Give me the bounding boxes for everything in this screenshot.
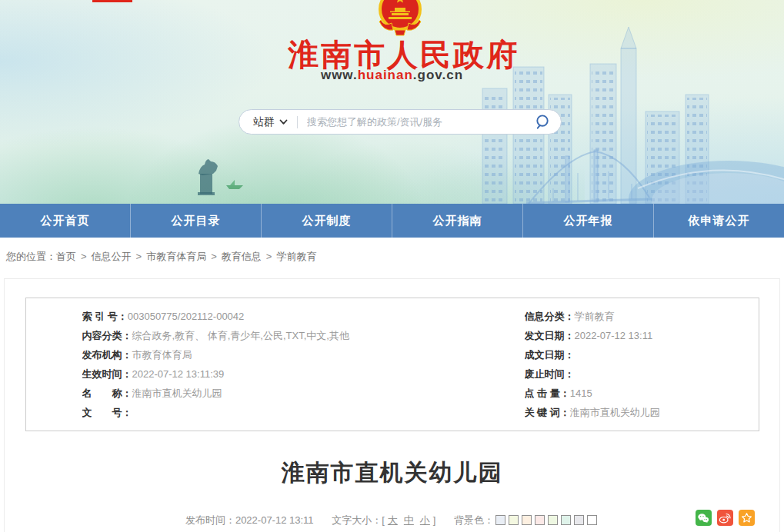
search-input[interactable]	[307, 116, 534, 128]
site-url: www.huainan.gov.cn	[0, 68, 784, 83]
publish-time: 发布时间：2022-07-12 13:11	[185, 514, 314, 526]
meta-row-info-category: 信息分类：学前教育	[525, 307, 759, 326]
bg-color-swatch[interactable]	[535, 515, 545, 525]
meta-row-document-number: 文 号：	[82, 403, 525, 422]
document-meta-table: 索 引 号：003050775/202112-00042 内容分类：综合政务,教…	[25, 298, 759, 431]
search-button[interactable]	[534, 113, 552, 131]
main-nav: 公开首页 公开目录 公开制度 公开指南 公开年报 依申请公开	[0, 204, 784, 238]
font-size-large[interactable]: 大	[388, 514, 398, 526]
bg-color-swatch[interactable]	[522, 515, 532, 525]
site-banner: 淮南市人民政府 www.huainan.gov.cn 站群	[0, 0, 784, 204]
meta-row-keywords: 关 键 词：淮南市直机关幼儿园	[525, 403, 759, 422]
nav-item-rules[interactable]: 公开制度	[261, 204, 392, 238]
meta-row-click-count: 点 击 量：1415	[525, 384, 759, 403]
breadcrumb-prefix: 您的位置：	[6, 251, 56, 262]
meta-row-content-category: 内容分类：综合政务,教育、 体育,青少年,公民,TXT,中文,其他	[82, 326, 525, 345]
nav-item-apply[interactable]: 依申请公开	[653, 204, 784, 238]
page-title: 淮南市直机关幼儿园	[5, 457, 779, 489]
meta-row-written-date: 成文日期：	[525, 345, 759, 364]
meta-row-repeal-time: 废止时间：	[525, 364, 759, 384]
content-panel: 索 引 号：003050775/202112-00042 内容分类：综合政务,教…	[4, 278, 780, 532]
meta-right-column: 信息分类：学前教育 发文日期：2022-07-12 13:11 成文日期： 废止…	[525, 307, 759, 422]
font-size-small[interactable]: 小	[420, 514, 430, 526]
meta-row-issue-date: 发文日期：2022-07-12 13:11	[525, 326, 759, 345]
font-size-medium[interactable]: 中	[404, 514, 414, 526]
breadcrumb-separator: >	[81, 251, 87, 262]
breadcrumb: 您的位置：首页>信息公开>市教育体育局>教育信息>学前教育	[0, 238, 784, 275]
banner-masthead: 淮南市人民政府 www.huainan.gov.cn 站群	[0, 0, 784, 204]
meta-row-issuing-agency: 发布机构：市教育体育局	[82, 345, 525, 364]
meta-row-index-number: 索 引 号：003050775/202112-00042	[82, 307, 525, 326]
search-bar[interactable]: 站群	[239, 109, 562, 135]
bg-color-swatch[interactable]	[495, 515, 505, 525]
search-icon	[534, 113, 552, 131]
site-group-selector[interactable]: 站群	[253, 115, 288, 129]
breadcrumb-separator: >	[266, 251, 272, 262]
national-emblem-icon	[373, 0, 427, 37]
site-group-label: 站群	[253, 115, 275, 129]
breadcrumb-item-education-bureau[interactable]: 市教育体育局	[146, 251, 206, 262]
nav-item-home[interactable]: 公开首页	[0, 204, 130, 238]
share-wechat-button[interactable]	[696, 510, 712, 526]
star-icon	[741, 512, 752, 524]
nav-item-catalog[interactable]: 公开目录	[130, 204, 261, 238]
bg-color-swatch[interactable]	[561, 515, 571, 525]
share-favorite-button[interactable]	[739, 510, 755, 526]
meta-left-column: 索 引 号：003050775/202112-00042 内容分类：综合政务,教…	[26, 307, 525, 422]
bg-color-swatch[interactable]	[548, 515, 558, 525]
chevron-down-icon	[279, 119, 288, 125]
breadcrumb-separator: >	[136, 251, 142, 262]
breadcrumb-item-home[interactable]: 首页	[56, 251, 76, 262]
breadcrumb-separator: >	[211, 251, 217, 262]
font-size-control: 文字大小：[大中小]	[332, 514, 435, 526]
share-buttons	[696, 510, 755, 526]
bg-color-swatch[interactable]	[509, 515, 519, 525]
breadcrumb-item-preschool: 学前教育	[276, 251, 316, 262]
wechat-icon	[697, 513, 709, 524]
search-divider	[297, 116, 298, 128]
breadcrumb-item-education-info[interactable]: 教育信息	[222, 251, 262, 262]
meta-row-name: 名 称：淮南市直机关幼儿园	[82, 384, 525, 403]
weibo-icon	[719, 512, 731, 524]
meta-row-effective-time: 生效时间：2022-07-12 13:11:39	[82, 364, 525, 384]
bg-color-swatch[interactable]	[574, 515, 584, 525]
breadcrumb-item-info-disclosure[interactable]: 信息公开	[92, 251, 132, 262]
share-weibo-button[interactable]	[717, 510, 733, 526]
nav-item-guide[interactable]: 公开指南	[392, 204, 522, 238]
nav-item-annual-report[interactable]: 公开年报	[522, 204, 653, 238]
bg-color-swatch[interactable]	[587, 515, 597, 525]
article-meta-bar: 发布时间：2022-07-12 13:11 文字大小：[大中小] 背景色：	[25, 512, 759, 529]
background-color-control: 背景色：	[454, 514, 599, 526]
